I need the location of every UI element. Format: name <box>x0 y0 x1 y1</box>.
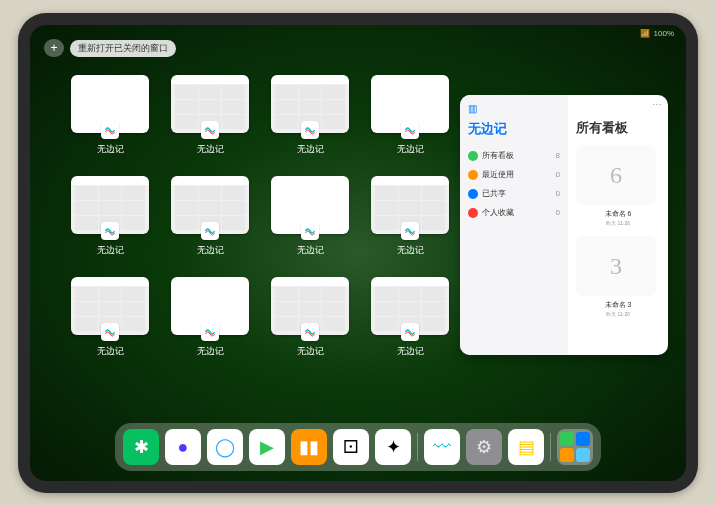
wifi-icon: 📶 <box>640 29 650 38</box>
freeform-panel: ▥ 无边记 所有看板8最近使用0已共享0个人收藏0 ⋯ 所有看板 6未命名 6昨… <box>460 95 668 355</box>
dock-separator <box>417 433 418 461</box>
more-icon[interactable]: ⋯ <box>652 99 662 110</box>
window-item[interactable]: 无边记 <box>370 176 450 257</box>
sidebar-item-count: 0 <box>556 189 560 198</box>
window-label: 无边记 <box>197 143 224 156</box>
dock-app-library-icon[interactable] <box>557 429 593 465</box>
freeform-app-icon <box>201 222 219 240</box>
window-thumbnail <box>171 176 249 234</box>
window-thumbnail <box>271 277 349 335</box>
sidebar-item-label: 个人收藏 <box>482 207 514 218</box>
sidebar-item-label: 所有看板 <box>482 150 514 161</box>
window-label: 无边记 <box>297 244 324 257</box>
board-label: 未命名 3昨天 11:20 <box>576 300 660 317</box>
category-icon <box>468 189 478 199</box>
panel-title: 无边记 <box>468 120 560 138</box>
freeform-app-icon <box>201 121 219 139</box>
sidebar-item[interactable]: 最近使用0 <box>468 165 560 184</box>
category-icon <box>468 151 478 161</box>
window-item[interactable]: 无边记 <box>270 176 350 257</box>
window-label: 无边记 <box>197 244 224 257</box>
window-thumbnail <box>171 277 249 335</box>
window-label: 无边记 <box>397 345 424 358</box>
panel-sidebar: ▥ 无边记 所有看板8最近使用0已共享0个人收藏0 <box>460 95 568 355</box>
dock-dice-icon[interactable]: ⚀ <box>333 429 369 465</box>
window-thumbnail <box>371 75 449 133</box>
window-thumbnail <box>71 176 149 234</box>
window-item[interactable]: 无边记 <box>170 75 250 156</box>
dock-books-icon[interactable]: ▮▮ <box>291 429 327 465</box>
sidebar-item-label: 最近使用 <box>482 169 514 180</box>
dock-browser-2-icon[interactable]: ◯ <box>207 429 243 465</box>
window-label: 无边记 <box>397 143 424 156</box>
new-window-button[interactable]: + <box>44 39 64 57</box>
sidebar-item-count: 0 <box>556 208 560 217</box>
sidebar-item-count: 8 <box>556 151 560 160</box>
freeform-app-icon <box>401 121 419 139</box>
freeform-app-icon <box>301 323 319 341</box>
window-label: 无边记 <box>97 143 124 156</box>
window-thumbnail <box>171 75 249 133</box>
freeform-app-icon <box>201 323 219 341</box>
board-card[interactable]: 3 <box>576 236 656 296</box>
dock-browser-1-icon[interactable]: ● <box>165 429 201 465</box>
sidebar-item[interactable]: 已共享0 <box>468 184 560 203</box>
category-icon <box>468 208 478 218</box>
dock-notes-icon[interactable]: ▤ <box>508 429 544 465</box>
sidebar-item[interactable]: 个人收藏0 <box>468 203 560 222</box>
window-item[interactable]: 无边记 <box>270 75 350 156</box>
freeform-app-icon <box>401 222 419 240</box>
board-card[interactable]: 6 <box>576 145 656 205</box>
status-bar: 📶 100% <box>640 29 674 38</box>
reopen-closed-button[interactable]: 重新打开已关闭的窗口 <box>70 40 176 57</box>
dock-separator <box>550 433 551 461</box>
dock-settings-icon[interactable]: ⚙ <box>466 429 502 465</box>
window-item[interactable]: 无边记 <box>270 277 350 358</box>
window-item[interactable]: 无边记 <box>170 277 250 358</box>
category-icon <box>468 170 478 180</box>
freeform-app-icon <box>101 323 119 341</box>
freeform-app-icon <box>301 222 319 240</box>
window-thumbnail <box>371 176 449 234</box>
window-item[interactable]: 无边记 <box>70 75 150 156</box>
window-label: 无边记 <box>97 345 124 358</box>
sidebar-item-label: 已共享 <box>482 188 506 199</box>
sidebar-toggle-icon[interactable]: ▥ <box>468 103 560 114</box>
freeform-app-icon <box>301 121 319 139</box>
ipad-device: 📶 100% + 重新打开已关闭的窗口 无边记无边记无边记无边记无边记无边记无边… <box>18 13 698 493</box>
battery-label: 100% <box>654 29 674 38</box>
panel-content: ⋯ 所有看板 6未命名 6昨天 11:263未命名 3昨天 11:20 <box>568 95 668 355</box>
window-thumbnail <box>271 176 349 234</box>
screen: 📶 100% + 重新打开已关闭的窗口 无边记无边记无边记无边记无边记无边记无边… <box>30 25 686 481</box>
topbar: + 重新打开已关闭的窗口 <box>44 39 176 57</box>
windows-grid: 无边记无边记无边记无边记无边记无边记无边记无边记无边记无边记无边记无边记 <box>70 75 450 358</box>
dock-wechat-icon[interactable]: ✱ <box>123 429 159 465</box>
sidebar-item[interactable]: 所有看板8 <box>468 146 560 165</box>
window-item[interactable]: 无边记 <box>70 277 150 358</box>
window-thumbnail <box>71 277 149 335</box>
freeform-app-icon <box>401 323 419 341</box>
window-label: 无边记 <box>397 244 424 257</box>
window-item[interactable]: 无边记 <box>370 75 450 156</box>
dock-atoms-icon[interactable]: ✦ <box>375 429 411 465</box>
window-label: 无边记 <box>197 345 224 358</box>
freeform-app-icon <box>101 222 119 240</box>
window-label: 无边记 <box>297 345 324 358</box>
window-thumbnail <box>271 75 349 133</box>
window-thumbnail <box>371 277 449 335</box>
sidebar-item-count: 0 <box>556 170 560 179</box>
window-label: 无边记 <box>297 143 324 156</box>
freeform-app-icon <box>101 121 119 139</box>
board-label: 未命名 6昨天 11:26 <box>576 209 660 226</box>
window-item[interactable]: 无边记 <box>370 277 450 358</box>
window-item[interactable]: 无边记 <box>170 176 250 257</box>
dock: ✱●◯▶▮▮⚀✦〰⚙▤ <box>115 423 601 471</box>
window-item[interactable]: 无边记 <box>70 176 150 257</box>
panel-right-title: 所有看板 <box>576 119 660 137</box>
window-thumbnail <box>71 75 149 133</box>
dock-freeform-icon[interactable]: 〰 <box>424 429 460 465</box>
window-label: 无边记 <box>97 244 124 257</box>
dock-play-icon[interactable]: ▶ <box>249 429 285 465</box>
